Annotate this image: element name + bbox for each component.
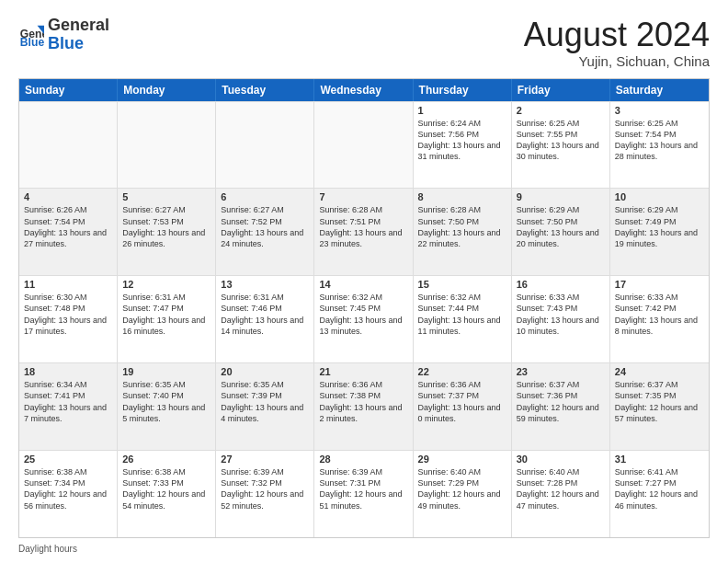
- cell-info: Sunrise: 6:25 AM Sunset: 7:54 PM Dayligh…: [615, 118, 704, 163]
- day-number: 13: [221, 279, 309, 290]
- location-subtitle: Yujin, Sichuan, China: [524, 53, 710, 69]
- cal-cell: 11Sunrise: 6:30 AM Sunset: 7:48 PM Dayli…: [19, 276, 118, 362]
- cal-cell: 4Sunrise: 6:26 AM Sunset: 7:54 PM Daylig…: [19, 189, 118, 275]
- day-number: 21: [319, 366, 407, 377]
- day-number: 23: [517, 366, 605, 377]
- cell-info: Sunrise: 6:35 AM Sunset: 7:39 PM Dayligh…: [221, 379, 309, 424]
- day-header-monday: Monday: [118, 79, 216, 101]
- calendar-header-row: SundayMondayTuesdayWednesdayThursdayFrid…: [19, 79, 709, 101]
- day-number: 10: [615, 191, 704, 202]
- cal-cell: 18Sunrise: 6:34 AM Sunset: 7:41 PM Dayli…: [19, 363, 118, 450]
- day-number: 26: [122, 454, 210, 465]
- cal-cell: 31Sunrise: 6:41 AM Sunset: 7:27 PM Dayli…: [610, 451, 709, 537]
- cell-info: Sunrise: 6:36 AM Sunset: 7:38 PM Dayligh…: [319, 379, 407, 424]
- cal-cell: 23Sunrise: 6:37 AM Sunset: 7:36 PM Dayli…: [512, 363, 610, 450]
- cell-info: Sunrise: 6:26 AM Sunset: 7:54 PM Dayligh…: [24, 204, 112, 249]
- day-header-friday: Friday: [512, 79, 610, 101]
- cal-cell: 27Sunrise: 6:39 AM Sunset: 7:32 PM Dayli…: [216, 451, 314, 537]
- calendar-row-1: 1Sunrise: 6:24 AM Sunset: 7:56 PM Daylig…: [19, 101, 709, 189]
- cal-cell: 22Sunrise: 6:36 AM Sunset: 7:37 PM Dayli…: [414, 363, 512, 450]
- day-number: 3: [615, 105, 704, 116]
- cal-cell: 8Sunrise: 6:28 AM Sunset: 7:50 PM Daylig…: [414, 189, 512, 275]
- cal-cell: [314, 102, 413, 189]
- svg-text:Blue: Blue: [20, 36, 44, 48]
- cal-cell: 30Sunrise: 6:40 AM Sunset: 7:28 PM Dayli…: [512, 451, 610, 537]
- day-number: 25: [24, 454, 112, 465]
- day-header-thursday: Thursday: [414, 79, 512, 101]
- month-title: August 2024: [524, 17, 710, 53]
- cell-info: Sunrise: 6:24 AM Sunset: 7:56 PM Dayligh…: [418, 118, 506, 163]
- day-number: 20: [221, 366, 309, 377]
- logo: General Blue General Blue: [18, 17, 109, 53]
- day-number: 27: [221, 454, 309, 465]
- cell-info: Sunrise: 6:37 AM Sunset: 7:35 PM Dayligh…: [615, 379, 704, 424]
- calendar: SundayMondayTuesdayWednesdayThursdayFrid…: [18, 78, 710, 538]
- cell-info: Sunrise: 6:31 AM Sunset: 7:46 PM Dayligh…: [221, 292, 309, 337]
- cell-info: Sunrise: 6:40 AM Sunset: 7:28 PM Dayligh…: [517, 466, 605, 511]
- day-number: 4: [24, 191, 112, 202]
- day-number: 18: [24, 366, 112, 377]
- day-number: 15: [418, 279, 506, 290]
- cell-info: Sunrise: 6:25 AM Sunset: 7:55 PM Dayligh…: [517, 118, 605, 163]
- cal-cell: 21Sunrise: 6:36 AM Sunset: 7:38 PM Dayli…: [314, 363, 413, 450]
- cell-info: Sunrise: 6:28 AM Sunset: 7:51 PM Dayligh…: [319, 204, 407, 249]
- day-header-tuesday: Tuesday: [216, 79, 314, 101]
- day-number: 28: [319, 454, 407, 465]
- cal-cell: 10Sunrise: 6:29 AM Sunset: 7:49 PM Dayli…: [610, 189, 709, 275]
- cell-info: Sunrise: 6:37 AM Sunset: 7:36 PM Dayligh…: [517, 379, 605, 424]
- day-number: 31: [615, 454, 704, 465]
- cell-info: Sunrise: 6:29 AM Sunset: 7:50 PM Dayligh…: [517, 204, 605, 249]
- cal-cell: 12Sunrise: 6:31 AM Sunset: 7:47 PM Dayli…: [118, 276, 216, 362]
- day-number: 19: [122, 366, 210, 377]
- cell-info: Sunrise: 6:40 AM Sunset: 7:29 PM Dayligh…: [418, 466, 506, 511]
- day-number: 24: [615, 366, 704, 377]
- day-number: 6: [221, 191, 309, 202]
- cal-cell: 1Sunrise: 6:24 AM Sunset: 7:56 PM Daylig…: [414, 102, 512, 189]
- day-number: 14: [319, 279, 407, 290]
- cell-info: Sunrise: 6:35 AM Sunset: 7:40 PM Dayligh…: [122, 379, 210, 424]
- cal-cell: 16Sunrise: 6:33 AM Sunset: 7:43 PM Dayli…: [512, 276, 610, 362]
- cell-info: Sunrise: 6:33 AM Sunset: 7:43 PM Dayligh…: [517, 292, 605, 337]
- cal-cell: 17Sunrise: 6:33 AM Sunset: 7:42 PM Dayli…: [610, 276, 709, 362]
- cell-info: Sunrise: 6:32 AM Sunset: 7:45 PM Dayligh…: [319, 292, 407, 337]
- calendar-row-3: 11Sunrise: 6:30 AM Sunset: 7:48 PM Dayli…: [19, 275, 709, 362]
- day-number: 8: [418, 191, 506, 202]
- calendar-row-2: 4Sunrise: 6:26 AM Sunset: 7:54 PM Daylig…: [19, 188, 709, 275]
- cell-info: Sunrise: 6:29 AM Sunset: 7:49 PM Dayligh…: [615, 204, 704, 249]
- calendar-body: 1Sunrise: 6:24 AM Sunset: 7:56 PM Daylig…: [19, 101, 709, 537]
- cell-info: Sunrise: 6:31 AM Sunset: 7:47 PM Dayligh…: [122, 292, 210, 337]
- day-number: 17: [615, 279, 704, 290]
- cell-info: Sunrise: 6:38 AM Sunset: 7:34 PM Dayligh…: [24, 466, 112, 511]
- day-number: 30: [517, 454, 605, 465]
- daylight-label: Daylight hours: [18, 544, 77, 554]
- cal-cell: 6Sunrise: 6:27 AM Sunset: 7:52 PM Daylig…: [216, 189, 314, 275]
- cal-cell: 5Sunrise: 6:27 AM Sunset: 7:53 PM Daylig…: [118, 189, 216, 275]
- cell-info: Sunrise: 6:39 AM Sunset: 7:31 PM Dayligh…: [319, 466, 407, 511]
- cell-info: Sunrise: 6:28 AM Sunset: 7:50 PM Dayligh…: [418, 204, 506, 249]
- cell-info: Sunrise: 6:33 AM Sunset: 7:42 PM Dayligh…: [615, 292, 704, 337]
- cal-cell: 29Sunrise: 6:40 AM Sunset: 7:29 PM Dayli…: [414, 451, 512, 537]
- day-header-sunday: Sunday: [19, 79, 118, 101]
- cal-cell: 24Sunrise: 6:37 AM Sunset: 7:35 PM Dayli…: [610, 363, 709, 450]
- day-number: 29: [418, 454, 506, 465]
- day-number: 16: [517, 279, 605, 290]
- day-number: 9: [517, 191, 605, 202]
- day-number: 1: [418, 105, 506, 116]
- cal-cell: 14Sunrise: 6:32 AM Sunset: 7:45 PM Dayli…: [314, 276, 413, 362]
- cal-cell: [216, 102, 314, 189]
- cell-info: Sunrise: 6:32 AM Sunset: 7:44 PM Dayligh…: [418, 292, 506, 337]
- cell-info: Sunrise: 6:36 AM Sunset: 7:37 PM Dayligh…: [418, 379, 506, 424]
- cal-cell: 20Sunrise: 6:35 AM Sunset: 7:39 PM Dayli…: [216, 363, 314, 450]
- day-number: 11: [24, 279, 112, 290]
- cal-cell: 15Sunrise: 6:32 AM Sunset: 7:44 PM Dayli…: [414, 276, 512, 362]
- cell-info: Sunrise: 6:27 AM Sunset: 7:52 PM Dayligh…: [221, 204, 309, 249]
- day-number: 5: [122, 191, 210, 202]
- cal-cell: 3Sunrise: 6:25 AM Sunset: 7:54 PM Daylig…: [610, 102, 709, 189]
- cell-info: Sunrise: 6:27 AM Sunset: 7:53 PM Dayligh…: [122, 204, 210, 249]
- cell-info: Sunrise: 6:38 AM Sunset: 7:33 PM Dayligh…: [122, 466, 210, 511]
- cell-info: Sunrise: 6:34 AM Sunset: 7:41 PM Dayligh…: [24, 379, 112, 424]
- cal-cell: 9Sunrise: 6:29 AM Sunset: 7:50 PM Daylig…: [512, 189, 610, 275]
- title-area: August 2024 Yujin, Sichuan, China: [524, 17, 710, 69]
- calendar-row-5: 25Sunrise: 6:38 AM Sunset: 7:34 PM Dayli…: [19, 450, 709, 537]
- day-header-wednesday: Wednesday: [314, 79, 413, 101]
